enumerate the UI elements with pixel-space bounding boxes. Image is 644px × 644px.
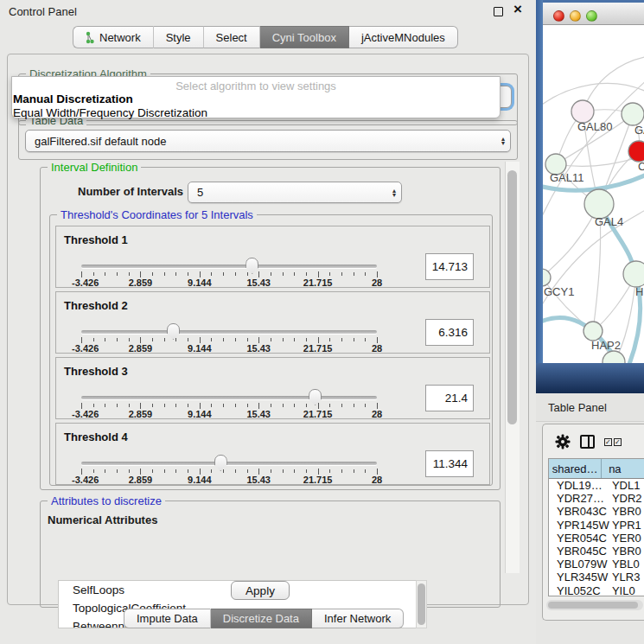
node-label-gal80: GAL80 [577,120,612,133]
threshold-slider-track[interactable] [81,330,377,334]
threshold-slider-track[interactable] [81,462,377,465]
cell-name: YBR0 [612,545,644,558]
tab-label: jActiveMNodules [361,31,445,44]
panel-scrollbar-thumb[interactable] [507,170,517,424]
threshold-label: Threshold 3 [64,365,128,378]
cell-name: YDL1 [612,479,644,492]
cell-shared-name: YBL079W [549,558,612,571]
table-row[interactable]: YIL052CYIL0 [549,584,644,597]
algorithm-dropdown-popup: Select algorithm to view settings Manual… [11,76,501,118]
table-row[interactable]: YDR27…YDR2 [549,492,644,505]
cell-name: YLR3 [612,571,644,583]
checkbox-icon: ✓ [604,438,612,446]
group-title-interval-definition: Interval Definition [48,161,141,174]
table-rows: YDL19…YDL1YDR27…YDR2YBR043CYBR0YPR145WYP… [549,479,644,596]
table-hscrollbar-thumb[interactable] [548,602,638,609]
thresholds-group: Threshold's Coordinates for 5 Intervals … [49,214,493,486]
node-table: shared… na YDL19…YDL1YDR27…YDR2YBR043CYB… [548,458,644,596]
tab-style[interactable]: Style [154,26,204,48]
algorithm-popup-items: Manual DiscretizationEqual Width/Frequen… [12,92,500,119]
node-label-hap2: HAP2 [591,339,621,352]
apply-button-label: Apply [245,584,275,597]
threshold-2-panel: Threshold 2-3.4262.8599.14415.4321.71528… [55,291,490,354]
table-panel-title: Table Panel [548,401,607,414]
hap2-node[interactable] [583,322,603,341]
group-title-attributes: Attributes to discretize [48,494,165,507]
threshold-value-field[interactable]: 21.4 [425,385,474,411]
cell-shared-name: YPR145W [549,519,612,532]
red-node[interactable] [628,141,644,162]
top-green[interactable] [622,103,644,125]
network-window-bottom-frame [536,363,644,393]
tab-label: Network [99,31,141,44]
top-tab-bar: NetworkStyleSelectCyni ToolboxjActiveMNo… [73,26,458,48]
cell-shared-name: YLR345W [549,571,612,583]
threshold-slider-track[interactable] [81,396,377,399]
interval-definition-group: Interval Definition Number of Intervals … [40,167,501,490]
threshold-slider-track[interactable] [81,265,377,268]
column-header-shared-name[interactable]: shared… [549,459,602,478]
checkbox-icons[interactable]: ✓ ✓ [603,438,622,446]
cell-shared-name: YBR045C [549,545,612,558]
algorithm-option[interactable]: Manual Discretization [12,92,500,106]
tab-network[interactable]: Network [73,26,154,48]
column-header-name[interactable]: na [602,459,644,478]
cell-name: YER0 [612,532,644,545]
columns-icon[interactable] [580,435,595,449]
tab-label: Select [216,31,247,44]
table-data-group: Table Data galFiltered.sif default node … [18,120,518,160]
table-row[interactable]: YBL079WYBL0 [549,558,644,571]
apply-button[interactable]: Apply [231,581,290,600]
slider-tick-labels: -3.4262.8599.14415.4321.71528 [81,343,377,354]
tab-cyni-toolbox[interactable]: Cyni Toolbox [260,26,349,48]
float-window-icon[interactable] [494,7,503,16]
node-label-gal4: GAL4 [595,215,623,228]
bottom-node[interactable] [603,351,625,363]
threshold-3-panel: Threshold 3-3.4262.8599.14415.4321.71528… [55,357,490,419]
network-window-titlebar[interactable] [543,3,644,25]
gear-icon[interactable] [555,434,571,450]
number-of-intervals-label: Number of Intervals [78,185,183,198]
tab-label: Impute Data [137,612,198,625]
tab-jactivemnodules[interactable]: jActiveMNodules [349,26,458,48]
table-row[interactable]: YPR145WYPR1 [549,519,644,532]
network-graph: GAL80GACGAL11GAL4GCY1HHAP2 [543,25,644,363]
minimize-traffic-light-icon[interactable] [570,10,581,22]
node-label-gcy1: GCY1 [544,285,574,298]
table-row[interactable]: YLR345WYLR3 [549,571,644,583]
cell-shared-name: YDL19… [549,479,612,492]
checkbox-icon: ✓ [614,438,622,446]
zoom-traffic-light-icon[interactable] [586,10,597,22]
tab-select[interactable]: Select [204,26,260,48]
gcy1-node[interactable] [543,269,551,286]
gal4-node[interactable] [584,189,614,219]
control-panel: Control Panel × NetworkStyleSelectCyni T… [0,0,536,644]
threshold-value-field[interactable]: 6.316 [425,319,474,346]
table-row[interactable]: YDL19…YDL1 [549,479,644,492]
cell-name: YBR0 [612,505,644,518]
table-data-combobox[interactable]: galFiltered.sif default node ▴▾ [25,130,511,152]
network-canvas[interactable]: GAL80GACGAL11GAL4GCY1HHAP2 [543,25,644,363]
number-of-intervals-combobox[interactable]: 5 ▴▾ [188,182,402,203]
h-node[interactable] [623,261,644,287]
table-row[interactable]: YBR045CYBR0 [549,545,644,558]
algorithm-prompt-item[interactable]: Select algorithm to view settings [12,80,500,92]
tab-discretize-data[interactable]: Discretize Data [211,609,312,628]
threshold-value-field[interactable]: 11.344 [425,450,474,477]
control-panel-titlebar: Control Panel × [0,0,536,22]
threshold-value-field[interactable]: 14.713 [425,253,474,280]
stepper-arrows-icon: ▴▾ [501,137,505,145]
algorithm-option[interactable]: Equal Width/Frequency Discretization [12,106,500,120]
table-row[interactable]: YBR043CYBR0 [549,505,644,518]
node-label-gal11: GAL11 [550,171,584,184]
attributes-scrollbar-thumb[interactable] [418,583,425,625]
number-of-intervals-value: 5 [197,186,203,199]
tab-impute-data[interactable]: Impute Data [124,609,211,628]
threshold-label: Threshold 1 [64,233,128,246]
close-traffic-light-icon[interactable] [553,10,564,22]
threshold-1-panel: Threshold 1-3.4262.8599.14415.4321.71528… [55,226,490,288]
close-icon[interactable]: × [513,1,522,18]
table-row[interactable]: YER054CYER0 [549,532,644,545]
slider-tick-labels: -3.4262.8599.14415.4321.71528 [81,409,377,419]
tab-infer-network[interactable]: Infer Network [312,609,404,628]
